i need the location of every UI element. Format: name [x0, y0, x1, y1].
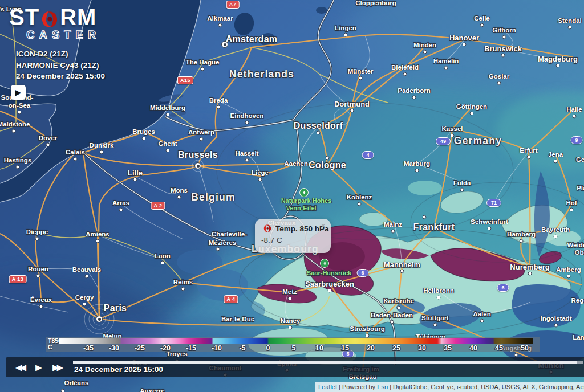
logo: ST RM CASTER: [9, 5, 100, 42]
play-icon: ▶: [15, 88, 22, 97]
legend-tick: -15: [186, 344, 196, 352]
legend-tick: 30: [418, 344, 426, 352]
legend-tick: 35: [444, 344, 452, 352]
close-icon[interactable]: ×: [321, 220, 326, 230]
legend-tick: 45: [495, 344, 503, 352]
model-info: ICON-D2 (21Z) HARMONIE Cy43 (21Z) 24 Dec…: [16, 48, 105, 82]
logo-text-rm: RM: [60, 5, 96, 30]
model-line-2: HARMONIE Cy43 (21Z): [16, 60, 105, 71]
legend-tick: 15: [341, 344, 349, 352]
attribution-powered: Powered by: [342, 383, 377, 390]
attribution-separator: |: [337, 383, 342, 390]
logo-subtitle: CASTER: [26, 28, 100, 42]
timeline-track[interactable]: [73, 361, 583, 364]
fast-forward-button[interactable]: ▶▶: [52, 363, 61, 371]
model-line-1: ICON-D2 (21Z): [16, 48, 105, 60]
legend-tick: 5: [292, 344, 296, 352]
legend-tick: 20: [367, 344, 375, 352]
storm-icon: [263, 224, 272, 233]
timeline-progress: [73, 361, 577, 364]
legend-tick: -25: [135, 344, 145, 352]
map-attribution: Leaflet | Powered by Esri | DigitalGlobe…: [315, 382, 584, 392]
legend-tick: -30: [109, 344, 119, 352]
legend-tick: -10: [212, 344, 222, 352]
esri-link[interactable]: Esri: [377, 383, 388, 390]
rewind-button[interactable]: ◀◀: [15, 363, 24, 371]
playback-bar: ◀◀ ▶ ▶▶ 24 December 2025 15:00: [6, 357, 584, 377]
play-animation-button[interactable]: ▶: [11, 85, 26, 100]
legend-tick: 50: [521, 344, 529, 352]
attribution-sources: | DigitalGlobe, GeoEye, i-cubed, USDA, U…: [388, 383, 584, 390]
weather-tooltip: Temp. 850 hPa -8.7 C ×: [255, 219, 331, 253]
park-marker[interactable]: [299, 188, 309, 197]
storm-caster-app: 's LynnSouthend-on-SeaMaidstoneDoverHast…: [0, 0, 584, 392]
storm-logo-icon: [40, 9, 59, 28]
timeline-date: 24 December 2025 15:00: [74, 365, 163, 374]
legend-tick: 0: [266, 344, 270, 352]
park-marker[interactable]: [320, 259, 329, 268]
legend-tick: -20: [160, 344, 171, 352]
legend-tick: 40: [469, 344, 477, 352]
legend-tick: 25: [392, 344, 400, 352]
legend-tick: -5: [239, 344, 245, 352]
legend-tick: -35: [83, 344, 94, 352]
logo-text-st: ST: [9, 5, 39, 30]
play-button[interactable]: ▶: [35, 363, 42, 371]
legend-color-bar: [59, 338, 533, 344]
leaflet-link[interactable]: Leaflet: [318, 383, 337, 390]
legend-tick: 10: [315, 344, 323, 352]
tooltip-value: -8.7 C: [261, 236, 331, 244]
model-line-3: 24 December 2025 15:00: [16, 71, 105, 82]
